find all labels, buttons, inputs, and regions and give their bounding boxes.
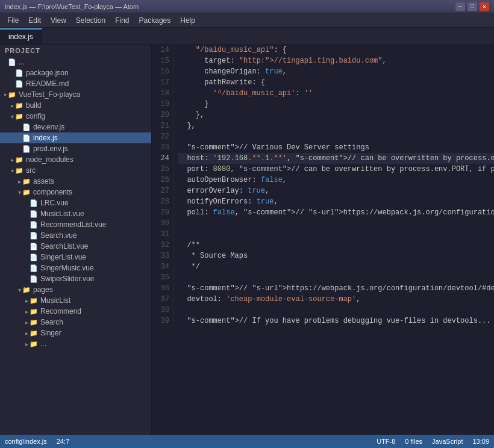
code-line xyxy=(178,218,494,229)
arrow-icon: ▸ xyxy=(25,308,28,315)
line-number: 15 xyxy=(155,55,169,66)
line-number: 31 xyxy=(155,229,169,240)
status-bar: config\index.js 24:7 UTF-8 0 files JavaS… xyxy=(0,435,494,448)
line-number: 27 xyxy=(155,185,169,196)
code-line: */ xyxy=(178,261,494,272)
tab-index-js[interactable]: index.js xyxy=(0,28,42,44)
code-line: * Source Maps xyxy=(178,250,494,261)
code-line: } xyxy=(178,99,494,110)
maximize-button[interactable]: □ xyxy=(467,2,477,11)
tree-item[interactable]: ▸📁Search xyxy=(0,317,151,328)
code-line: changeOrigan: true, xyxy=(178,66,494,77)
line-number: 30 xyxy=(155,218,169,229)
file-icon: 📄 xyxy=(30,210,38,218)
folder-icon: 📁 xyxy=(30,297,38,305)
tab-label: index.js xyxy=(8,33,33,41)
close-button[interactable]: ✕ xyxy=(480,2,489,11)
tree-item[interactable]: ▸📄Search.vue xyxy=(0,230,151,241)
tree-item[interactable]: ▾📁VueTest_Fo-playca xyxy=(0,89,151,100)
tree-item[interactable]: ▾📁config xyxy=(0,111,151,122)
line-number: 23 xyxy=(155,142,169,153)
menu-item-edit[interactable]: Edit xyxy=(23,15,46,26)
arrow-icon: ▸ xyxy=(25,319,28,326)
tree-item[interactable]: ▾📁src xyxy=(0,165,151,176)
tree-item-label: Search xyxy=(40,318,63,326)
tree-item[interactable]: ▸📁Recommend xyxy=(0,306,151,317)
status-position: 24:7 xyxy=(57,438,69,445)
folder-icon: 📁 xyxy=(15,102,23,110)
arrow-icon: ▸ xyxy=(11,102,14,109)
tree-item[interactable]: ▾📁pages xyxy=(0,284,151,295)
tree-item-label: assets xyxy=(33,177,54,185)
minimize-button[interactable]: — xyxy=(455,2,465,11)
menu-item-selection[interactable]: Selection xyxy=(71,15,110,26)
status-left: config\index.js 24:7 xyxy=(5,438,69,445)
code-line: poll: false, "s-comment">// "s-url">http… xyxy=(178,207,494,218)
tree-item[interactable]: ▸📄README.md xyxy=(0,78,151,89)
tree-item[interactable]: ▸📁build xyxy=(0,100,151,111)
tree-item-label: MusicList.vue xyxy=(40,210,84,218)
folder-icon: 📁 xyxy=(30,308,38,316)
code-line: "s-comment">// "s-url">https://webpack.j… xyxy=(178,283,494,294)
file-icon: 📄 xyxy=(30,275,38,283)
menu-item-packages[interactable]: Packages xyxy=(134,15,176,26)
tree-item[interactable]: ▾📁components xyxy=(0,187,151,198)
code-line: "s-comment">// Various Dev Server settin… xyxy=(178,142,494,153)
file-icon: 📄 xyxy=(30,254,38,261)
tree-item[interactable]: ▸📄MusicList.vue xyxy=(0,208,151,219)
tree-item-label: config xyxy=(26,112,45,120)
tree-item[interactable]: ▸📄SingerList.vue xyxy=(0,252,151,263)
sidebar[interactable]: Project ▸📄...▸📄package.json▸📄README.md▾📁… xyxy=(0,45,152,435)
line-number: 29 xyxy=(155,207,169,218)
code-area[interactable]: 1415161718192021222324252627282930313233… xyxy=(152,45,494,435)
arrow-icon: ▾ xyxy=(18,287,21,293)
code-line: port: 8080, "s-comment">// can be overwr… xyxy=(178,164,494,175)
line-number: 32 xyxy=(155,240,169,250)
tree-item[interactable]: ▸📄SingerMusic.vue xyxy=(0,263,151,273)
line-number: 33 xyxy=(155,250,169,261)
arrow-icon: ▾ xyxy=(18,189,21,196)
tree-item-label: SearchList.vue xyxy=(40,242,88,250)
title-bar-text: index.js — F:\pro\VueTest_Fo-playca — At… xyxy=(5,3,139,10)
tree-item[interactable]: ▸📄LRC.vue xyxy=(0,198,151,208)
code-line: }, xyxy=(178,120,494,131)
tree-item-label: ... xyxy=(19,58,25,66)
tree-item-label: Recommend xyxy=(40,307,81,316)
tree-item[interactable]: ▸📁MusicList xyxy=(0,295,151,306)
tree-item[interactable]: ▸📄... xyxy=(0,57,151,67)
menu-item-help[interactable]: Help xyxy=(175,15,200,26)
tree-item[interactable]: ▸📄SwiperSlider.vue xyxy=(0,273,151,284)
status-encoding: UTF-8 xyxy=(377,438,395,445)
code-line xyxy=(178,131,494,142)
line-number: 17 xyxy=(155,77,169,88)
tree-item[interactable]: ▸📁Singer xyxy=(0,328,151,338)
menu-item-view[interactable]: View xyxy=(46,15,71,26)
status-right: UTF-8 0 files JavaScript 13:09 xyxy=(377,438,489,445)
file-icon: 📄 xyxy=(30,199,38,207)
tree-item[interactable]: ▸📄SearchList.vue xyxy=(0,241,151,252)
tree-item[interactable]: ▸📄RecommendList.vue xyxy=(0,219,151,230)
file-icon: 📄 xyxy=(30,264,38,272)
tree-item[interactable]: ▸📁assets xyxy=(0,176,151,187)
folder-icon: 📁 xyxy=(30,329,38,337)
folder-icon: 📁 xyxy=(22,188,31,196)
tree-item[interactable]: ▸📄index.js xyxy=(0,132,151,143)
tree-item[interactable]: ▸📄prod.env.js xyxy=(0,143,151,154)
folder-icon: 📁 xyxy=(30,319,38,326)
code-line xyxy=(178,305,494,316)
menu-item-file[interactable]: File xyxy=(2,15,23,26)
code-content: 1415161718192021222324252627282930313233… xyxy=(152,45,494,326)
tree-item[interactable]: ▸📁... xyxy=(0,338,151,349)
tree-item[interactable]: ▸📄package.json xyxy=(0,67,151,78)
code-line: "s-comment">// If you have problems debu… xyxy=(178,316,494,326)
code-line: notifyOnErrors: true, xyxy=(178,196,494,207)
menu-item-find[interactable]: Find xyxy=(110,15,134,26)
tree-item[interactable]: ▸📄dev.env.js xyxy=(0,122,151,132)
file-icon: 📄 xyxy=(15,80,23,88)
arrow-icon: ▾ xyxy=(11,167,14,174)
tree-item-label: SingerMusic.vue xyxy=(40,264,94,272)
tree-item-label: RecommendList.vue xyxy=(40,220,106,229)
tree-item[interactable]: ▸📁node_modules xyxy=(0,154,151,165)
tree-item-label: MusicList xyxy=(40,296,70,305)
line-number: 35 xyxy=(155,272,169,283)
